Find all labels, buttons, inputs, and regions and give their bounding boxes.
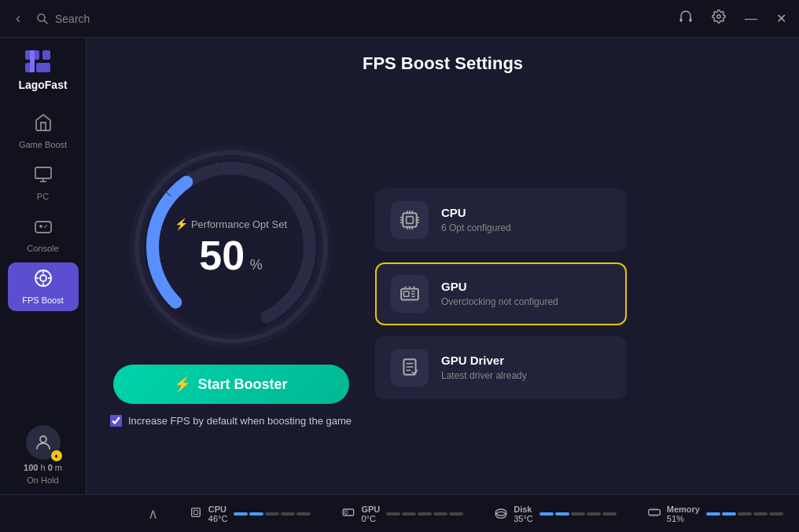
sidebar-item-label-console: Console <box>27 244 58 253</box>
dot <box>265 512 279 515</box>
fps-checkbox-row: Increase FPS by default when boosting th… <box>110 415 352 427</box>
dot <box>296 512 311 515</box>
dot <box>555 512 569 515</box>
gpu-card-text: GPU Overclocking not configured <box>441 280 611 307</box>
gauge-value: 50 <box>199 233 245 278</box>
pc-icon <box>34 165 53 189</box>
search-bar[interactable]: Search <box>36 13 676 25</box>
cpu-status-dots <box>234 512 311 515</box>
status-bar: ∧ CPU 46°C GPU 0°C <box>0 494 799 532</box>
status-gpu: GPU 0°C <box>342 504 463 523</box>
sidebar: LagoFast Game Boost PC <box>0 38 87 494</box>
gpu-card-title: GPU <box>441 280 611 293</box>
disk-status-icon <box>495 506 507 522</box>
svg-point-16 <box>46 225 47 226</box>
game-boost-icon <box>34 113 53 137</box>
hold-label: On Hold <box>27 475 58 485</box>
boost-section: ⚡ Start Booster Increase FPS by default … <box>110 365 352 442</box>
gpu-driver-card-text: GPU Driver Latest driver already <box>441 354 611 381</box>
disk-status-name: Disk <box>514 504 533 514</box>
close-button[interactable]: ✕ <box>773 8 790 29</box>
svg-rect-64 <box>193 510 197 514</box>
dot <box>722 512 736 515</box>
memory-status-icon <box>648 506 661 522</box>
sidebar-item-console[interactable]: Console <box>8 211 79 259</box>
svg-rect-38 <box>407 216 414 223</box>
sidebar-item-game-boost[interactable]: Game Boost <box>8 107 79 156</box>
sidebar-item-label-fps-boost: FPS Boost <box>22 295 64 305</box>
avatar-area: ♦ 100 h 0 m On Hold <box>24 425 62 485</box>
dot <box>587 512 601 515</box>
sidebar-bottom: ♦ 100 h 0 m On Hold <box>24 425 62 485</box>
search-icon <box>36 13 49 25</box>
gpu-card-subtitle: Overclocking not configured <box>441 296 611 307</box>
gpu-driver-card[interactable]: GPU Driver Latest driver already <box>375 336 627 399</box>
window-actions: — ✕ <box>676 6 790 31</box>
cpu-card-title: CPU <box>441 206 611 219</box>
search-label: Search <box>55 13 90 25</box>
cpu-status-name: CPU <box>208 504 228 514</box>
svg-rect-66 <box>345 511 348 514</box>
start-booster-button[interactable]: ⚡ Start Booster <box>113 365 349 404</box>
collapse-button[interactable]: ∧ <box>148 505 158 523</box>
dot <box>769 512 783 515</box>
avatar[interactable]: ♦ <box>26 425 61 460</box>
logo-icon <box>25 47 60 75</box>
booster-label: Start Booster <box>197 376 287 393</box>
console-icon <box>34 217 53 240</box>
dot <box>449 512 463 515</box>
time-value: 100 h 0 m <box>24 463 62 472</box>
cpu-status-val: 46°C <box>208 514 228 523</box>
gauge-section: ⚡ Performance Opt Set 50 % <box>129 145 333 349</box>
disk-status-dots <box>539 512 617 515</box>
dot <box>234 512 248 515</box>
gpu-status-name: GPU <box>361 504 380 514</box>
settings-icon[interactable] <box>709 6 729 31</box>
gpu-status-info: GPU 0°C <box>361 504 380 523</box>
main-layout: LagoFast Game Boost PC <box>0 38 799 494</box>
headset-icon[interactable] <box>676 6 696 31</box>
sidebar-item-pc[interactable]: PC <box>8 159 79 207</box>
memory-status-dots <box>706 512 783 515</box>
sidebar-item-label-game-boost: Game Boost <box>19 140 67 149</box>
minimize-button[interactable]: — <box>742 9 760 29</box>
gauge-unit: % <box>250 257 263 273</box>
cpu-card[interactable]: CPU 6 Opt configured <box>375 189 627 251</box>
dot <box>602 512 617 515</box>
time-display: 100 h 0 m <box>24 463 62 472</box>
avatar-badge: ♦ <box>51 450 62 461</box>
gpu-status-val: 0°C <box>361 514 380 523</box>
dot <box>433 512 447 515</box>
logo-text: LagoFast <box>18 79 67 91</box>
cpu-card-icon <box>391 201 429 239</box>
main-content: FPS Boost Settings <box>87 38 799 494</box>
dot <box>402 512 416 515</box>
top-bar: ‹ Search — ✕ <box>0 0 799 38</box>
gpu-card[interactable]: GPU Overclocking not configured <box>375 262 627 325</box>
sidebar-item-fps-boost[interactable]: FPS Boost <box>8 262 79 311</box>
gauge-value-display: 50 % <box>175 235 287 276</box>
dot <box>249 512 263 515</box>
right-panel: CPU 6 Opt configured <box>375 189 627 399</box>
gpu-driver-card-subtitle: Latest driver already <box>441 370 611 381</box>
fps-checkbox-label: Increase FPS by default when boosting th… <box>128 415 352 427</box>
status-memory: Memory 51% <box>648 504 783 523</box>
page-title: FPS Boost Settings <box>110 53 775 74</box>
back-button[interactable]: ‹ <box>9 7 27 30</box>
dot <box>418 512 432 515</box>
svg-point-24 <box>40 436 46 442</box>
gauge-container: ⚡ Performance Opt Set 50 % <box>129 145 333 349</box>
svg-rect-63 <box>191 508 200 516</box>
gpu-driver-card-icon <box>391 349 429 387</box>
memory-status-val: 51% <box>667 514 700 523</box>
gpu-status-dots <box>386 512 463 515</box>
fps-checkbox[interactable] <box>110 415 122 427</box>
svg-point-4 <box>717 15 721 19</box>
svg-rect-13 <box>35 222 51 233</box>
content-body: ⚡ Performance Opt Set 50 % ⚡ <box>110 93 775 494</box>
gauge-label: ⚡ Performance Opt Set <box>175 218 287 230</box>
status-cpu: CPU 46°C <box>190 504 311 523</box>
dot <box>738 512 752 515</box>
svg-rect-71 <box>648 509 660 515</box>
svg-rect-8 <box>36 63 50 72</box>
